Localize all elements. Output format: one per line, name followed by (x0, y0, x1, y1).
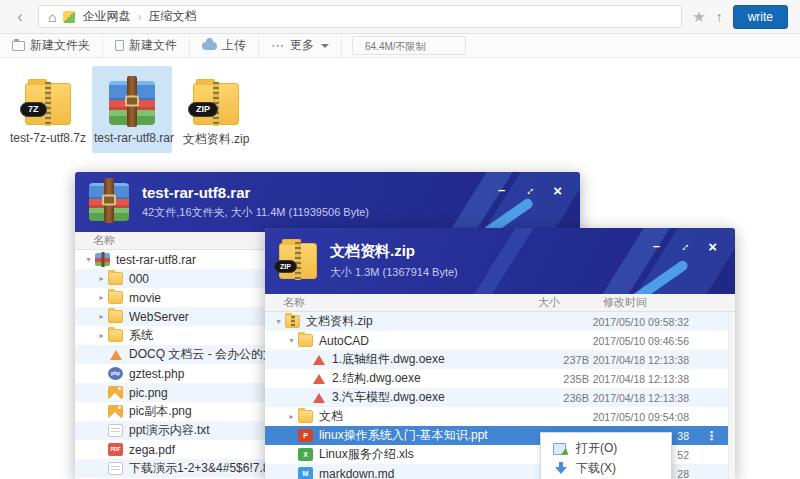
table-row[interactable]: ▸文档2017/05/10 09:54:08 (265, 407, 735, 426)
scrollbar[interactable] (728, 312, 735, 479)
folder-icon (108, 291, 123, 304)
chevron-down-icon (321, 44, 329, 48)
column-name[interactable]: 名称 (273, 295, 534, 310)
file-icon-wrap (94, 73, 170, 125)
zip-viewer-window: ZIP 文档资料.zip 大小 1.3M (1367914 Byte) 名称 大… (265, 228, 735, 479)
php-icon: php (108, 367, 123, 380)
archive-badge: ZIP (188, 102, 218, 117)
close-icon[interactable] (708, 239, 717, 254)
folder-icon (12, 41, 25, 51)
back-icon[interactable] (12, 8, 28, 26)
table-row[interactable]: 3.汽车模型.dwg.oexe236B2017/04/18 12:13:38 (265, 388, 735, 407)
file-tile-zip[interactable]: ZIP文档资料.zip (176, 66, 256, 153)
cad-icon (311, 372, 326, 385)
breadcrumb-app[interactable]: 企业网盘 (82, 8, 130, 25)
file-size: 235B (534, 373, 589, 385)
folder-icon (108, 272, 123, 285)
zip-window-header: ZIP 文档资料.zip 大小 1.3M (1367914 Byte) (265, 228, 735, 294)
xls-icon: X (298, 448, 313, 461)
img-icon (108, 386, 123, 399)
rar-file-icon (109, 81, 155, 125)
context-menu-item-download[interactable]: 下载(X) (541, 458, 671, 478)
caret-right-icon[interactable]: ▸ (286, 413, 297, 421)
file-label: 文档资料.zip (178, 131, 254, 148)
column-time[interactable]: 修改时间 (589, 295, 689, 310)
zip-icon (285, 315, 300, 328)
cad-icon (311, 353, 326, 366)
column-size[interactable]: 大小 (534, 295, 589, 310)
expand-icon[interactable] (678, 239, 690, 254)
caret-right-icon[interactable]: ▸ (96, 275, 107, 283)
breadcrumb-section[interactable]: 压缩文档 (148, 8, 196, 25)
file-icon-wrap: ZIP (178, 73, 254, 125)
new-folder-button[interactable]: 新建文件夹 (0, 34, 103, 57)
caret-down-icon[interactable]: ▾ (286, 337, 297, 345)
file-icon (115, 40, 124, 51)
window-title: test-rar-utf8.rar (142, 184, 369, 201)
app-icon (63, 11, 75, 23)
file-time: 2017/04/18 12:13:38 (589, 392, 689, 404)
expand-icon[interactable] (523, 183, 535, 198)
breadcrumb[interactable]: 企业网盘 压缩文档 (38, 5, 682, 28)
img-icon (108, 405, 123, 418)
favorite-star-icon[interactable] (692, 8, 705, 26)
upload-label: 上传 (222, 37, 246, 54)
file-tile-rar[interactable]: test-rar-utf8.rar (92, 66, 172, 153)
new-folder-label: 新建文件夹 (30, 37, 90, 54)
upload-button[interactable]: 上传 (190, 34, 259, 57)
file-name: 2.结构.dwg.oexe (332, 370, 534, 387)
file-name: linux操作系统入门-基本知识.ppt (319, 427, 534, 444)
up-arrow-icon[interactable] (716, 9, 723, 25)
file-time: 2017/04/18 12:13:38 (589, 373, 689, 385)
write-button[interactable]: write (733, 5, 788, 29)
folder-icon (108, 329, 123, 342)
download-icon (553, 462, 568, 475)
table-row[interactable]: 1.底轴组件.dwg.oexe237B2017/04/18 12:13:38 (265, 350, 735, 369)
table-row[interactable]: ▾AutoCAD2017/05/10 09:46:56 (265, 331, 735, 350)
context-menu-item-open[interactable]: 打开(O) (541, 438, 671, 458)
file-name: 1.底轴组件.dwg.oexe (332, 351, 534, 368)
table-row[interactable]: 2.结构.dwg.oexe235B2017/04/18 12:13:38 (265, 369, 735, 388)
file-time: 2017/05/10 09:54:08 (589, 411, 689, 423)
caret-down-icon[interactable]: ▾ (83, 256, 94, 264)
file-time: 2017/05/10 09:58:32 (589, 316, 689, 328)
caret-right-icon[interactable]: ▸ (96, 313, 107, 321)
file-time: 2017/04/18 12:13:38 (589, 354, 689, 366)
file-tile-7z[interactable]: 7Ztest-7z-utf8.7z (8, 66, 88, 153)
cloud-upload-icon (202, 42, 217, 50)
storage-quota: 64.4M/不限制 (352, 36, 466, 55)
minimize-icon[interactable] (498, 183, 505, 198)
more-button[interactable]: 更多 (259, 34, 342, 57)
table-row[interactable]: ▾文档资料.zip2017/05/10 09:58:32 (265, 312, 735, 331)
window-title: 文档资料.zip (330, 242, 458, 261)
new-file-button[interactable]: 新建文件 (103, 34, 190, 57)
txt-icon (108, 462, 123, 475)
zip-badge: ZIP (274, 260, 297, 273)
window-subtitle: 大小 1.3M (1367914 Byte) (330, 265, 458, 280)
zip-archive-icon: ZIP (279, 243, 317, 279)
file-time: 2017/05/10 09:46:56 (589, 335, 689, 347)
caret-right-icon[interactable]: ▸ (96, 294, 107, 302)
close-icon[interactable] (553, 183, 562, 198)
archive-badge: 7Z (20, 102, 47, 117)
minimize-icon[interactable] (653, 239, 660, 254)
zip-file-icon: ZIP (193, 83, 239, 125)
folder-icon (298, 334, 313, 347)
7z-file-icon: 7Z (25, 83, 71, 125)
cad-icon (311, 391, 326, 404)
window-subtitle: 42文件,16文件夹, 大小 11.4M (11939506 Byte) (142, 205, 369, 220)
home-icon[interactable] (48, 9, 56, 25)
ppt-icon: P (298, 429, 313, 442)
file-name: Linux服务介绍.xls (319, 446, 534, 463)
buckle (125, 96, 139, 107)
caret-down-icon[interactable]: ▾ (273, 318, 284, 326)
caret-right-icon[interactable]: ▸ (96, 332, 107, 340)
rar-icon (95, 253, 110, 266)
toolbar: 新建文件夹 新建文件 上传 更多 64.4M/不限制 (0, 34, 800, 58)
zipper-icon (45, 82, 51, 126)
file-name: AutoCAD (319, 334, 534, 348)
file-name: 3.汽车模型.dwg.oexe (332, 389, 534, 406)
breadcrumb-separator-icon (137, 10, 141, 24)
ellipsis-icon (271, 39, 285, 52)
folder-icon (108, 310, 123, 323)
